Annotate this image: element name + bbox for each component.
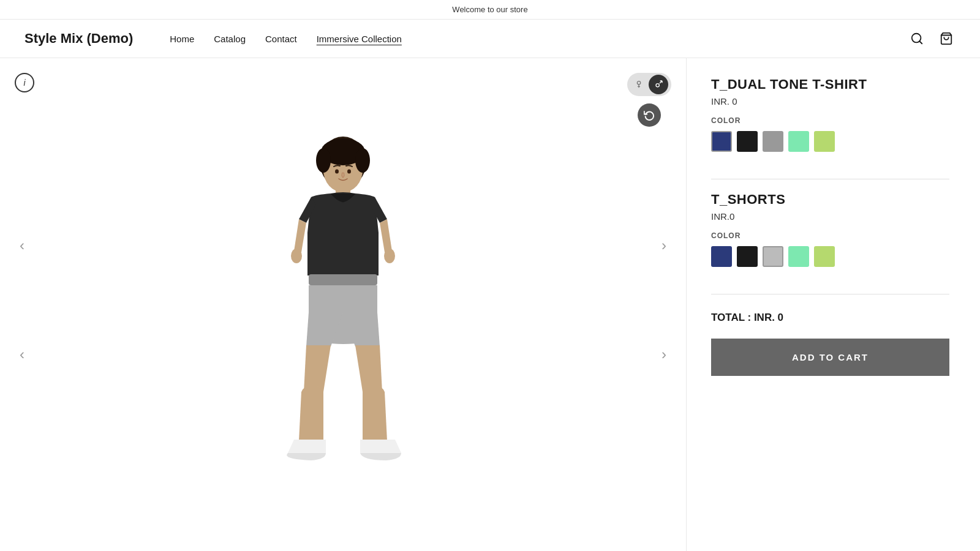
total-row: TOTAL : INR. 0 — [711, 312, 949, 324]
product-2-section: T_SHORTS INR.0 COLOR — [711, 192, 949, 267]
prev-arrow-top[interactable]: ‹ — [15, 232, 29, 259]
product-2-color-mint[interactable] — [788, 246, 809, 267]
next-arrow-top[interactable]: › — [657, 232, 671, 259]
info-icon: i — [23, 78, 25, 88]
product-1-section: T_DUAL TONE T-SHIRT INR. 0 COLOR — [711, 77, 949, 152]
toggle-container — [627, 73, 671, 127]
product-2-color-gray[interactable] — [763, 246, 783, 267]
nav: Home Catalog Contact Immersive Collectio… — [170, 34, 402, 44]
nav-contact[interactable]: Contact — [265, 34, 297, 44]
prev-arrow-bottom[interactable]: ‹ — [15, 341, 29, 368]
announcement-text: Welcome to our store — [452, 5, 527, 14]
product-1-name: T_DUAL TONE T-SHIRT — [711, 77, 949, 92]
svg-point-17 — [347, 170, 351, 174]
product-2-color-navy[interactable] — [711, 246, 732, 267]
product-2-price: INR.0 — [711, 211, 949, 222]
svg-point-4 — [656, 84, 659, 87]
svg-point-11 — [291, 249, 302, 263]
logo[interactable]: Style Mix (Demo) — [24, 31, 133, 47]
next-arrow-bottom[interactable]: › — [657, 341, 671, 368]
search-icon — [910, 32, 924, 45]
product-2-color-lime[interactable] — [814, 246, 835, 267]
main: i — [0, 58, 980, 551]
product-2-name: T_SHORTS — [711, 192, 949, 208]
model-display — [239, 122, 447, 490]
toggle-male[interactable] — [649, 75, 668, 94]
svg-point-9 — [355, 148, 370, 173]
header: Style Mix (Demo) Home Catalog Contact Im… — [0, 20, 980, 58]
product-1-color-mint[interactable] — [788, 131, 809, 152]
svg-point-16 — [335, 170, 339, 174]
svg-point-3 — [637, 81, 640, 84]
rotate-button[interactable] — [638, 103, 661, 127]
add-to-cart-button[interactable]: ADD TO CART — [711, 339, 949, 376]
product-1-price: INR. 0 — [711, 96, 949, 107]
divider-2 — [711, 294, 949, 294]
product-1-color-gray[interactable] — [763, 131, 783, 152]
gender-toggle[interactable] — [627, 73, 671, 96]
product-2-color-black[interactable] — [737, 246, 758, 267]
divider-1 — [711, 179, 949, 179]
product-panel: T_DUAL TONE T-SHIRT INR. 0 COLOR T_SHORT… — [686, 58, 980, 551]
product-2-color-swatches — [711, 246, 949, 267]
announcement-bar: Welcome to our store — [0, 0, 980, 20]
header-icons — [908, 29, 956, 48]
cart-button[interactable] — [937, 29, 956, 48]
nav-home[interactable]: Home — [170, 34, 194, 44]
product-1-color-lime[interactable] — [814, 131, 835, 152]
cart-icon — [940, 32, 953, 45]
product-1-color-black[interactable] — [737, 131, 758, 152]
svg-point-8 — [316, 148, 331, 173]
svg-point-12 — [384, 249, 395, 263]
product-1-color-swatches — [711, 131, 949, 152]
product-1-color-navy[interactable] — [711, 131, 732, 152]
product-2-color-label: COLOR — [711, 231, 949, 240]
rotate-icon — [644, 110, 655, 121]
nav-catalog[interactable]: Catalog — [214, 34, 246, 44]
mannequin-figure — [257, 129, 429, 484]
toggle-female[interactable] — [629, 75, 649, 94]
product-1-color-label: COLOR — [711, 116, 949, 125]
info-button[interactable]: i — [15, 73, 34, 92]
search-button[interactable] — [908, 29, 926, 48]
nav-immersive-collection[interactable]: Immersive Collection — [317, 34, 402, 44]
svg-line-1 — [919, 41, 922, 43]
svg-rect-13 — [309, 274, 377, 285]
viewer-panel: i — [0, 58, 686, 551]
